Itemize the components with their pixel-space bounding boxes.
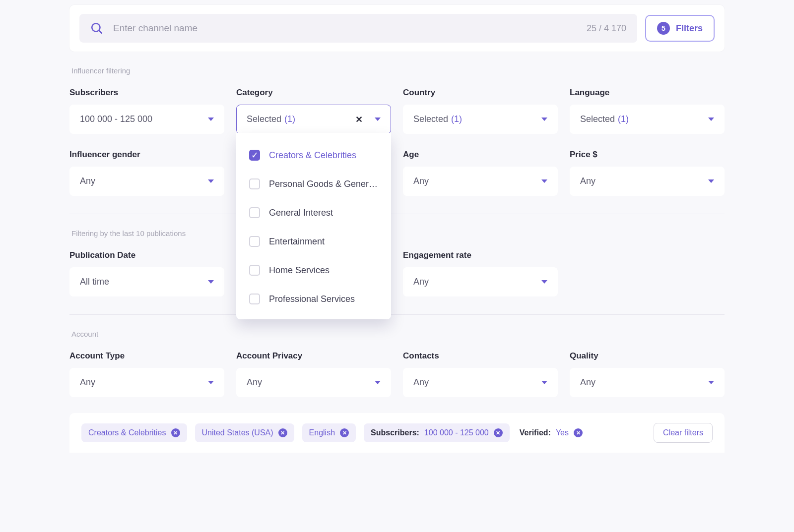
chevron-down-icon — [208, 179, 214, 183]
value-subscribers: 100 000 - 125 000 — [80, 114, 152, 124]
chip-category: Creators & Celebrities ✕ — [81, 423, 187, 442]
search-result-count: 25 / 4 170 — [587, 23, 626, 34]
search-icon — [90, 22, 103, 35]
chip-category-label: Creators & Celebrities — [88, 428, 166, 437]
chevron-down-icon — [541, 381, 547, 384]
value-price: Any — [580, 176, 596, 186]
category-option[interactable]: Professional Services — [236, 285, 391, 313]
checkbox-icon — [249, 178, 260, 189]
chevron-down-icon — [208, 381, 214, 384]
filters-button-label: Filters — [676, 23, 703, 34]
category-option-label: Professional Services — [269, 294, 355, 304]
chip-verified-key: Verified: — [520, 428, 551, 437]
category-option[interactable]: Personal Goods & Gener… — [236, 170, 391, 198]
chip-remove-icon[interactable]: ✕ — [340, 428, 349, 437]
chevron-down-icon — [208, 118, 214, 121]
label-age: Age — [403, 150, 558, 160]
section-publications: Filtering by the last 10 publications — [69, 229, 725, 237]
chevron-down-icon — [375, 381, 381, 384]
select-language[interactable]: Selected (1) — [570, 105, 725, 134]
chip-language-label: English — [309, 428, 335, 437]
value-influencer-gender: Any — [80, 176, 95, 186]
label-category: Category — [236, 88, 391, 98]
value-contacts: Any — [413, 377, 429, 388]
select-subscribers[interactable]: 100 000 - 125 000 — [69, 105, 224, 134]
label-country: Country — [403, 88, 558, 98]
chip-remove-icon[interactable]: ✕ — [494, 428, 503, 437]
chevron-down-icon — [708, 118, 714, 121]
select-account-type[interactable]: Any — [69, 368, 224, 397]
label-subscribers: Subscribers — [69, 88, 224, 98]
label-engagement-rate: Engagement rate — [403, 250, 558, 260]
select-age[interactable]: Any — [403, 167, 558, 196]
search-input[interactable] — [112, 22, 578, 34]
chip-remove-icon[interactable]: ✕ — [574, 428, 583, 437]
select-account-privacy[interactable]: Any — [236, 368, 391, 397]
search-box[interactable]: 25 / 4 170 — [79, 14, 637, 43]
checkbox-icon — [249, 207, 260, 218]
clear-filters-button[interactable]: Clear filters — [654, 423, 713, 443]
select-price[interactable]: Any — [570, 167, 725, 196]
select-category[interactable]: Selected (1) ✕ — [236, 105, 391, 134]
category-option[interactable]: Entertainment — [236, 227, 391, 256]
select-engagement-rate[interactable]: Any — [403, 267, 558, 296]
category-option-label: Personal Goods & Gener… — [269, 179, 378, 189]
chip-country: United States (USA) ✕ — [195, 423, 294, 442]
chevron-down-icon — [541, 179, 547, 183]
filters-button[interactable]: 5 Filters — [645, 15, 715, 42]
chevron-down-icon — [708, 179, 714, 183]
count-category: (1) — [284, 114, 295, 124]
label-account-privacy: Account Privacy — [236, 351, 391, 361]
chip-subscribers-key: Subscribers: — [371, 428, 419, 437]
count-country: (1) — [451, 114, 462, 124]
value-account-privacy: Any — [247, 377, 262, 388]
active-filters-bar: Creators & Celebrities ✕ United States (… — [69, 413, 725, 453]
value-publication-date: All time — [80, 277, 109, 287]
value-language: Selected — [580, 114, 615, 124]
chip-remove-icon[interactable]: ✕ — [171, 428, 180, 437]
value-quality: Any — [580, 377, 596, 388]
label-account-type: Account Type — [69, 351, 224, 361]
chevron-down-icon — [375, 118, 381, 121]
category-option[interactable]: Home Services — [236, 256, 391, 285]
label-price: Price $ — [570, 150, 725, 160]
chip-country-label: United States (USA) — [202, 428, 273, 437]
value-age: Any — [413, 176, 429, 186]
label-quality: Quality — [570, 351, 725, 361]
chip-verified: Verified: Yes ✕ — [518, 423, 585, 442]
top-bar: 25 / 4 170 5 Filters — [69, 5, 725, 52]
label-language: Language — [570, 88, 725, 98]
chip-subscribers: Subscribers: 100 000 - 125 000 ✕ — [364, 423, 510, 442]
category-option-label: Home Services — [269, 265, 330, 276]
value-country: Selected — [413, 114, 448, 124]
checkbox-icon — [249, 265, 260, 276]
select-publication-date[interactable]: All time — [69, 267, 224, 296]
chip-verified-value: Yes — [556, 428, 569, 437]
category-option-label: General Interest — [269, 208, 333, 218]
select-country[interactable]: Selected (1) — [403, 105, 558, 134]
svg-line-1 — [99, 30, 101, 33]
category-option-label: Creators & Celebrities — [269, 150, 356, 161]
chip-remove-icon[interactable]: ✕ — [278, 428, 287, 437]
chip-subscribers-value: 100 000 - 125 000 — [424, 428, 489, 437]
chevron-down-icon — [541, 118, 547, 121]
select-contacts[interactable]: Any — [403, 368, 558, 397]
checkbox-icon — [249, 294, 260, 304]
dropdown-category: ✓Creators & CelebritiesPersonal Goods & … — [236, 133, 391, 319]
clear-category-icon[interactable]: ✕ — [355, 115, 363, 124]
value-engagement-rate: Any — [413, 277, 429, 287]
chevron-down-icon — [541, 280, 547, 284]
category-option-label: Entertainment — [269, 236, 325, 247]
select-influencer-gender[interactable]: Any — [69, 167, 224, 196]
label-contacts: Contacts — [403, 351, 558, 361]
section-account: Account — [69, 330, 725, 338]
chevron-down-icon — [208, 280, 214, 284]
value-category: Selected — [247, 114, 281, 124]
count-language: (1) — [618, 114, 629, 124]
checkbox-icon — [249, 236, 260, 247]
label-publication-date: Publication Date — [69, 250, 224, 260]
category-option[interactable]: General Interest — [236, 198, 391, 227]
chip-language: English ✕ — [302, 423, 356, 442]
select-quality[interactable]: Any — [570, 368, 725, 397]
category-option[interactable]: ✓Creators & Celebrities — [236, 141, 391, 170]
